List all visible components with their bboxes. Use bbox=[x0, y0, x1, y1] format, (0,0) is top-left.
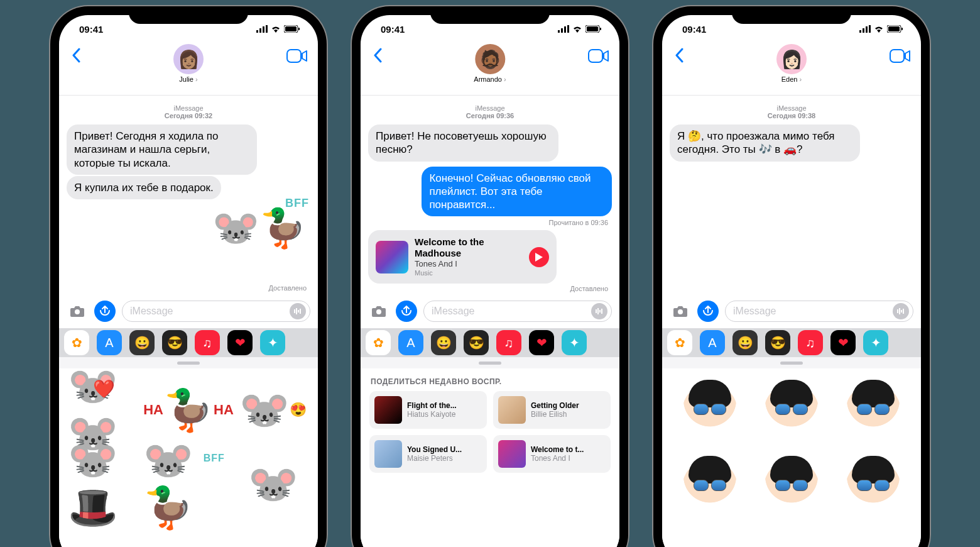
app-strip[interactable]: ✿A😀😎♫❤✦ bbox=[59, 328, 318, 357]
app-music[interactable]: ♫ bbox=[496, 330, 521, 355]
contact-header[interactable]: 👩🏻 Eden bbox=[776, 44, 807, 83]
app-stickers[interactable]: ✦ bbox=[863, 330, 888, 355]
app-appstore[interactable]: A bbox=[398, 330, 423, 355]
dictation-button[interactable] bbox=[591, 303, 607, 319]
app-strip[interactable]: ✿A😀😎♫❤✦ bbox=[662, 328, 921, 357]
message-incoming[interactable]: Я купила их тебе в подарок. bbox=[67, 176, 221, 199]
music-drawer[interactable]: ПОДЕЛИТЬСЯ НЕДАВНО ВОСПР. Flight of the.… bbox=[361, 368, 619, 547]
memoji-item[interactable] bbox=[753, 375, 830, 447]
app-music[interactable]: ♫ bbox=[798, 330, 823, 355]
track-title: Getting Older bbox=[531, 401, 579, 410]
svg-rect-29 bbox=[869, 25, 871, 33]
app-fitness[interactable]: ❤ bbox=[830, 330, 856, 355]
music-share-item[interactable]: Flight of the...Hiatus Kaiyote bbox=[369, 391, 487, 429]
album-art bbox=[376, 241, 408, 274]
svg-rect-11 bbox=[298, 310, 299, 312]
svg-rect-33 bbox=[890, 50, 904, 62]
apps-button[interactable] bbox=[94, 301, 116, 322]
camera-button[interactable] bbox=[670, 301, 691, 322]
sticker-bff-label: BFF bbox=[285, 197, 309, 210]
camera-button[interactable] bbox=[67, 301, 88, 322]
play-button[interactable] bbox=[529, 247, 549, 267]
message-incoming[interactable]: Я 🤔, что проезжала мимо тебя сегодня. Эт… bbox=[670, 124, 860, 162]
svg-rect-23 bbox=[597, 308, 599, 314]
message-list[interactable]: iMessage Сегодня 09:38 Я 🤔, что проезжал… bbox=[662, 96, 921, 298]
sticker-drawer[interactable]: ❤️🐭🐭 HA🦆HA 🐭😍 🐭🎩 BFF🐭🦆 🐭 bbox=[59, 368, 318, 547]
dictation-button[interactable] bbox=[290, 303, 306, 319]
app-memoji1[interactable]: 😀 bbox=[732, 330, 758, 355]
message-input[interactable]: iMessage bbox=[122, 301, 310, 322]
memoji-item[interactable] bbox=[834, 375, 912, 447]
apps-button[interactable] bbox=[697, 301, 719, 322]
svg-point-34 bbox=[678, 309, 683, 314]
music-share-header: ПОДЕЛИТЬСЯ НЕДАВНО ВОСПР. bbox=[361, 368, 619, 391]
music-artist: Tones And I bbox=[415, 259, 523, 269]
message-list[interactable]: iMessage Сегодня 09:36 Привет! Не посове… bbox=[361, 96, 619, 298]
message-incoming[interactable]: Привет! Не посоветуешь хорошую песню? bbox=[368, 124, 558, 162]
app-appstore[interactable]: A bbox=[700, 330, 725, 355]
music-share-item[interactable]: You Signed U...Maisie Peters bbox=[369, 435, 487, 473]
app-memoji2[interactable]: 😎 bbox=[765, 330, 790, 355]
contact-header[interactable]: 🧔🏾 Armando bbox=[474, 44, 506, 83]
app-photos[interactable]: ✿ bbox=[667, 330, 692, 355]
track-title: Flight of the... bbox=[407, 401, 457, 410]
memoji-item[interactable] bbox=[671, 451, 749, 523]
memoji-item[interactable] bbox=[753, 451, 830, 523]
music-share-item[interactable]: Welcome to t...Tones And I bbox=[493, 435, 611, 473]
message-input[interactable]: iMessage bbox=[423, 301, 612, 322]
contact-name: Julie bbox=[173, 75, 204, 83]
sticker-item[interactable]: BFF🐭🦆 bbox=[143, 449, 234, 519]
app-fitness[interactable]: ❤ bbox=[227, 330, 253, 355]
sticker-item[interactable]: 🐭🎩 bbox=[68, 449, 139, 519]
app-fitness[interactable]: ❤ bbox=[529, 330, 554, 355]
svg-rect-3 bbox=[266, 25, 268, 33]
cellular-icon bbox=[558, 25, 569, 33]
app-photos[interactable]: ✿ bbox=[366, 330, 391, 355]
drawer-grabber-row[interactable] bbox=[662, 357, 921, 368]
memoji-item[interactable] bbox=[834, 451, 912, 523]
app-appstore[interactable]: A bbox=[97, 330, 122, 355]
svg-rect-6 bbox=[298, 28, 300, 30]
sticker-outgoing[interactable]: BFF 🐭🦆 bbox=[212, 206, 307, 250]
camera-button[interactable] bbox=[368, 301, 389, 322]
apps-button[interactable] bbox=[396, 301, 417, 322]
back-button[interactable] bbox=[67, 45, 85, 65]
app-memoji1[interactable]: 😀 bbox=[431, 330, 456, 355]
message-list[interactable]: iMessage Сегодня 09:32 Привет! Сегодня я… bbox=[59, 96, 318, 298]
message-outgoing[interactable]: Конечно! Сейчас обновляю свой плейлист. … bbox=[422, 167, 612, 217]
facetime-button[interactable] bbox=[890, 48, 911, 64]
timestamp-header: iMessage Сегодня 09:38 bbox=[670, 104, 913, 119]
drawer-grabber-row[interactable] bbox=[59, 357, 318, 368]
memoji-item[interactable] bbox=[671, 375, 749, 447]
contact-header[interactable]: 👩🏽 Julie bbox=[173, 44, 204, 83]
svg-rect-26 bbox=[859, 30, 861, 33]
battery-icon bbox=[284, 25, 300, 33]
svg-point-8 bbox=[75, 309, 80, 314]
music-title: Welcome to the Madhouse bbox=[415, 236, 523, 259]
sticker-item[interactable]: ❤️🐭🐭 bbox=[68, 375, 139, 445]
sticker-item[interactable]: 🐭 bbox=[237, 449, 309, 519]
memoji-drawer[interactable] bbox=[662, 368, 921, 547]
music-share-item[interactable]: Getting OlderBillie Eilish bbox=[493, 391, 611, 429]
dictation-button[interactable] bbox=[893, 303, 909, 319]
app-music[interactable]: ♫ bbox=[195, 330, 220, 355]
music-attachment[interactable]: Welcome to the Madhouse Tones And I Musi… bbox=[368, 230, 557, 284]
drawer-grabber-row[interactable] bbox=[361, 357, 619, 368]
back-button[interactable] bbox=[368, 45, 387, 65]
back-button[interactable] bbox=[670, 45, 689, 65]
app-stickers[interactable]: ✦ bbox=[260, 330, 285, 355]
facetime-button[interactable] bbox=[588, 48, 609, 64]
contact-avatar: 👩🏽 bbox=[173, 44, 204, 74]
app-memoji2[interactable]: 😎 bbox=[162, 330, 187, 355]
app-memoji2[interactable]: 😎 bbox=[464, 330, 489, 355]
app-memoji1[interactable]: 😀 bbox=[129, 330, 155, 355]
facetime-button[interactable] bbox=[286, 48, 308, 64]
app-photos[interactable]: ✿ bbox=[64, 330, 89, 355]
message-incoming[interactable]: Привет! Сегодня я ходила по магазинам и … bbox=[67, 124, 257, 175]
sticker-item[interactable]: HA🦆HA bbox=[143, 375, 234, 445]
app-stickers[interactable]: ✦ bbox=[562, 330, 587, 355]
app-strip[interactable]: ✿A😀😎♫❤✦ bbox=[361, 328, 619, 357]
message-input[interactable]: iMessage bbox=[725, 301, 913, 322]
sticker-item[interactable]: 🐭😍 bbox=[237, 375, 309, 445]
memoji-grid bbox=[662, 368, 921, 529]
